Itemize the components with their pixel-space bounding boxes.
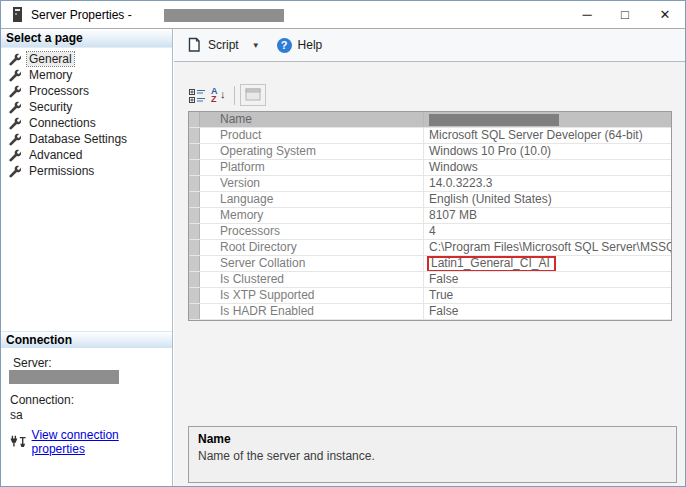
- property-grid: Name Product Microsoft SQL Server Develo…: [188, 111, 672, 321]
- property-name: Root Directory: [200, 240, 424, 255]
- property-name: Is HADR Enabled: [200, 304, 424, 319]
- row-header-strip: [189, 112, 200, 127]
- script-icon: [186, 37, 202, 53]
- property-name: Processors: [200, 224, 424, 239]
- sidebar-item-label: Processors: [27, 84, 91, 98]
- wrench-icon: [8, 117, 21, 130]
- table-row[interactable]: Version 14.0.3223.3: [189, 176, 671, 192]
- table-row[interactable]: Is HADR Enabled False: [189, 304, 671, 320]
- connection-plug-icon: [10, 435, 27, 449]
- table-row[interactable]: Platform Windows: [189, 160, 671, 176]
- property-value: True: [424, 288, 671, 303]
- row-header-strip: [189, 144, 200, 159]
- property-pages-icon: [245, 88, 261, 102]
- property-value: False: [424, 304, 671, 319]
- wrench-icon: [8, 149, 21, 162]
- view-connection-properties-link[interactable]: View connection properties: [32, 428, 172, 456]
- property-value: [424, 112, 671, 127]
- sidebar-item-label: Database Settings: [27, 132, 129, 146]
- sidebar-item-connections[interactable]: Connections: [1, 115, 172, 131]
- redacted-name-value: [429, 114, 559, 126]
- script-dropdown-caret-icon[interactable]: ▼: [252, 41, 260, 50]
- help-icon: ?: [277, 38, 292, 53]
- maximize-icon: □: [621, 7, 629, 22]
- redacted-connection-server: [9, 370, 119, 384]
- minimize-button[interactable]: ─: [569, 1, 605, 29]
- row-header-strip: [189, 304, 200, 319]
- property-name: Language: [200, 192, 424, 207]
- table-row[interactable]: Is Clustered False: [189, 272, 671, 288]
- wrench-icon: [8, 85, 21, 98]
- connection-label: Connection:: [10, 393, 74, 407]
- table-row[interactable]: Root Directory C:\Program Files\Microsof…: [189, 240, 671, 256]
- close-button[interactable]: ✕: [645, 1, 685, 29]
- property-name: Product: [200, 128, 424, 143]
- property-name: Platform: [200, 160, 424, 175]
- sidebar: Select a page General Memory Processors …: [1, 29, 173, 486]
- table-row[interactable]: Is XTP Supported True: [189, 288, 671, 304]
- sidebar-item-memory[interactable]: Memory: [1, 67, 172, 83]
- table-row-server-collation[interactable]: Server Collation Latin1_General_CI_AI: [189, 256, 671, 272]
- window-title: Server Properties -: [31, 8, 135, 22]
- redacted-server-name: [164, 9, 284, 22]
- table-row[interactable]: Operating System Windows 10 Pro (10.0): [189, 144, 671, 160]
- table-row[interactable]: Product Microsoft SQL Server Developer (…: [189, 128, 671, 144]
- row-header-strip: [189, 208, 200, 223]
- server-label: Server:: [13, 356, 52, 370]
- wrench-icon: [8, 133, 21, 146]
- property-value: Windows 10 Pro (10.0): [424, 144, 671, 159]
- red-annotation-box: Latin1_General_CI_AI: [427, 256, 556, 271]
- server-properties-window: Server Properties - ─ □ ✕ Select a page …: [0, 0, 686, 487]
- title-bar: Server Properties - ─ □ ✕: [1, 1, 685, 29]
- row-header-strip: [189, 224, 200, 239]
- sidebar-item-database-settings[interactable]: Database Settings: [1, 131, 172, 147]
- wrench-icon: [8, 101, 21, 114]
- row-header-strip: [189, 192, 200, 207]
- sidebar-item-processors[interactable]: Processors: [1, 83, 172, 99]
- sort-arrow-icon: ↓: [220, 88, 226, 100]
- property-value: False: [424, 272, 671, 287]
- table-row[interactable]: Memory 8107 MB: [189, 208, 671, 224]
- sidebar-item-label: Connections: [27, 116, 98, 130]
- sidebar-item-label: Security: [27, 100, 74, 114]
- close-icon: ✕: [660, 7, 671, 22]
- row-header-strip: [189, 256, 200, 271]
- description-title: Name: [198, 432, 667, 446]
- table-row[interactable]: Processors 4: [189, 224, 671, 240]
- sidebar-item-label: Memory: [27, 68, 74, 82]
- property-name: Is XTP Supported: [200, 288, 424, 303]
- categorized-button[interactable]: [189, 88, 206, 104]
- minimize-icon: ─: [582, 7, 591, 22]
- toolbar-separator: [234, 86, 235, 105]
- server-icon: [12, 7, 23, 22]
- sidebar-item-permissions[interactable]: Permissions: [1, 163, 172, 179]
- script-button[interactable]: Script: [186, 37, 239, 53]
- sort-alphabetical-button[interactable]: A Z ↓: [211, 87, 230, 104]
- dialog-toolbar: Script ▼ ? Help: [174, 29, 685, 62]
- sidebar-item-general[interactable]: General: [1, 51, 172, 67]
- right-pane: Script ▼ ? Help A: [174, 29, 685, 486]
- maximize-button[interactable]: □: [607, 1, 643, 29]
- property-value: 14.0.3223.3: [424, 176, 671, 191]
- property-name: Memory: [200, 208, 424, 223]
- description-panel: Name Name of the server and instance.: [188, 426, 677, 483]
- wrench-icon: [8, 53, 21, 66]
- property-value: 8107 MB: [424, 208, 671, 223]
- property-name: Operating System: [200, 144, 424, 159]
- help-button[interactable]: ? Help: [277, 38, 323, 53]
- property-name: Version: [200, 176, 424, 191]
- connection-user: sa: [10, 408, 23, 422]
- table-row[interactable]: Language English (United States): [189, 192, 671, 208]
- property-name: Name: [200, 112, 424, 127]
- property-name: Server Collation: [200, 256, 424, 271]
- property-value: Windows: [424, 160, 671, 175]
- sidebar-item-security[interactable]: Security: [1, 99, 172, 115]
- wrench-icon: [8, 165, 21, 178]
- sort-z-glyph: Z: [211, 94, 217, 104]
- row-header-strip: [189, 240, 200, 255]
- sidebar-item-advanced[interactable]: Advanced: [1, 147, 172, 163]
- property-name: Is Clustered: [200, 272, 424, 287]
- property-pages-button[interactable]: [240, 84, 266, 106]
- table-row[interactable]: Name: [189, 112, 671, 128]
- property-value: 4: [424, 224, 671, 239]
